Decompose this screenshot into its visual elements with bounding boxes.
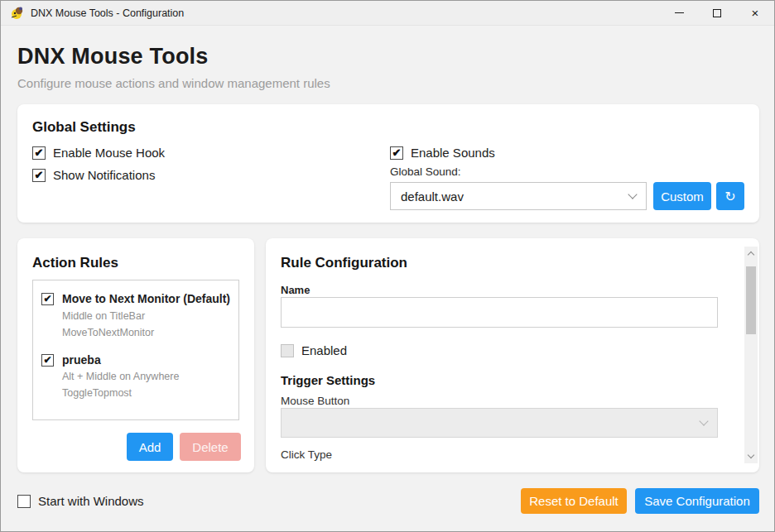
app-window: DNX Mouse Tools - Configuration × DNX Mo… bbox=[0, 0, 775, 532]
rule-configuration-heading: Rule Configuration bbox=[281, 255, 407, 271]
chevron-down-icon bbox=[699, 416, 708, 425]
maximize-button[interactable] bbox=[698, 1, 736, 25]
add-rule-button[interactable]: Add bbox=[127, 433, 173, 461]
enable-mouse-hook-checkbox[interactable]: Enable Mouse Hook bbox=[32, 146, 165, 160]
close-icon: × bbox=[752, 7, 759, 19]
enabled-checkbox[interactable]: Enabled bbox=[281, 343, 347, 357]
list-item[interactable]: Move to Next Monitor (Default) Middle on… bbox=[41, 292, 230, 340]
global-sound-dropdown[interactable]: default.wav bbox=[390, 182, 647, 210]
action-rules-list[interactable]: Move to Next Monitor (Default) Middle on… bbox=[32, 280, 239, 420]
enabled-label: Enabled bbox=[301, 343, 347, 357]
enable-sounds-checkbox[interactable]: Enable Sounds bbox=[390, 146, 495, 160]
trigger-settings-heading: Trigger Settings bbox=[281, 373, 375, 387]
enable-sounds-label: Enable Sounds bbox=[411, 146, 495, 160]
rule-trigger: Alt + Middle on Anywhere bbox=[62, 369, 179, 384]
click-type-label: Click Type bbox=[281, 448, 332, 461]
checkbox-icon bbox=[32, 146, 46, 160]
name-label: Name bbox=[281, 284, 310, 296]
show-notifications-checkbox[interactable]: Show Notifications bbox=[32, 168, 155, 182]
action-rules-heading: Action Rules bbox=[32, 255, 118, 271]
rule-action: ToggleTopmost bbox=[62, 386, 179, 400]
rule-checkbox-icon[interactable] bbox=[41, 293, 54, 305]
scroll-down-icon[interactable] bbox=[749, 450, 753, 463]
rule-action: MoveToNextMonitor bbox=[62, 325, 230, 340]
title-bar: DNX Mouse Tools - Configuration × bbox=[1, 1, 774, 26]
app-icon bbox=[10, 6, 24, 20]
rule-trigger: Middle on TitleBar bbox=[62, 309, 230, 324]
minimize-button[interactable] bbox=[660, 1, 698, 25]
rule-checkbox-icon[interactable] bbox=[41, 354, 54, 367]
scrollbar-thumb[interactable] bbox=[746, 266, 756, 334]
global-settings-heading: Global Settings bbox=[32, 119, 136, 136]
save-configuration-button[interactable]: Save Configuration bbox=[635, 488, 759, 514]
checkbox-icon bbox=[281, 344, 294, 357]
enable-mouse-hook-label: Enable Mouse Hook bbox=[53, 146, 165, 160]
rule-configuration-card: Rule Configuration Name Enabled Trigger … bbox=[266, 238, 759, 472]
show-notifications-label: Show Notifications bbox=[53, 168, 155, 182]
close-button[interactable]: × bbox=[736, 1, 774, 25]
checkbox-icon bbox=[17, 495, 31, 508]
start-with-windows-checkbox[interactable]: Start with Windows bbox=[17, 494, 144, 508]
rule-name: Move to Next Monitor (Default) bbox=[62, 292, 230, 307]
mouse-button-dropdown[interactable] bbox=[281, 408, 718, 438]
mouse-button-label: Mouse Button bbox=[281, 395, 349, 407]
chevron-down-icon bbox=[628, 189, 637, 199]
refresh-sound-button[interactable]: ↻ bbox=[716, 182, 744, 210]
checkbox-icon bbox=[390, 146, 403, 160]
rule-name-input[interactable] bbox=[281, 297, 718, 328]
minimize-icon bbox=[675, 12, 684, 13]
rule-name: prueba bbox=[62, 353, 179, 368]
global-sound-label: Global Sound: bbox=[390, 165, 461, 178]
maximize-icon bbox=[713, 9, 721, 17]
custom-sound-button[interactable]: Custom bbox=[653, 182, 711, 210]
global-sound-value: default.wav bbox=[401, 189, 464, 204]
page-subtitle: Configure mouse actions and window manag… bbox=[17, 76, 330, 90]
vertical-scrollbar[interactable] bbox=[744, 247, 758, 463]
global-settings-card: Global Settings Enable Mouse Hook Show N… bbox=[17, 104, 759, 223]
start-with-windows-label: Start with Windows bbox=[38, 494, 144, 508]
refresh-icon: ↻ bbox=[724, 189, 735, 204]
window-title: DNX Mouse Tools - Configuration bbox=[31, 7, 184, 19]
action-rules-card: Action Rules Move to Next Monitor (Defau… bbox=[17, 238, 254, 472]
page-title: DNX Mouse Tools bbox=[17, 44, 209, 69]
reset-to-default-button[interactable]: Reset to Default bbox=[521, 488, 627, 514]
list-item[interactable]: prueba Alt + Middle on Anywhere ToggleTo… bbox=[41, 353, 230, 401]
scroll-up-icon[interactable] bbox=[749, 247, 753, 260]
checkbox-icon bbox=[32, 169, 46, 182]
delete-rule-button[interactable]: Delete bbox=[180, 433, 241, 461]
